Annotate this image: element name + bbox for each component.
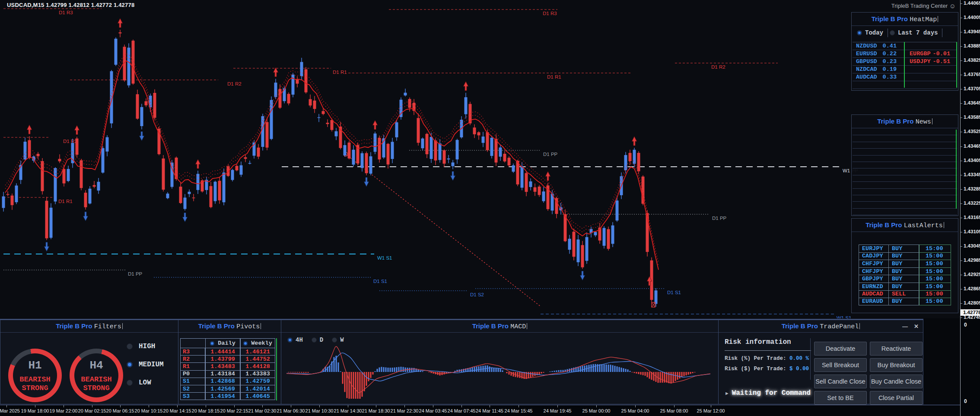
risk-level-option-high[interactable]: HIGH xyxy=(127,343,155,350)
macd-histogram-bar xyxy=(288,372,290,372)
button-set-to-be[interactable]: Set to BE xyxy=(814,391,867,405)
macd-histogram-bar xyxy=(679,372,681,378)
window-buttons: — ✕ xyxy=(902,320,919,332)
button-deactivate[interactable]: Deactivate xyxy=(814,342,867,356)
button-buy-candle-close[interactable]: Buy Candle Close xyxy=(870,375,923,388)
button-sell-breakout[interactable]: Sell Breakout xyxy=(814,358,867,372)
price-tick-label: 1.42805 xyxy=(964,300,980,305)
heatmap-cell-right xyxy=(904,73,957,81)
heatmap-row: GBPUSD0.23USDJPY-0.51 xyxy=(853,58,957,66)
price-axis[interactable]: 1.440651.440051.439451.438851.438251.437… xyxy=(960,0,980,416)
pivot-label: D1 PP xyxy=(128,271,143,276)
macd-histogram-bar xyxy=(303,372,305,373)
pivot-label: D1 PP xyxy=(543,152,558,157)
price-tick xyxy=(961,89,962,89)
time-tick xyxy=(149,405,149,407)
heatmap-range-option[interactable]: Today xyxy=(855,29,888,37)
heatmap-range-radios: TodayLast 7 days xyxy=(852,26,958,39)
macd-histogram-bar xyxy=(506,372,508,373)
macd-histogram-bar xyxy=(295,372,296,372)
candle-body xyxy=(452,162,455,166)
candle-body xyxy=(473,127,476,134)
macd-histogram-bar xyxy=(630,371,631,372)
price-tick-label: 1.43465 xyxy=(964,143,980,149)
alert-pair: EURJPY xyxy=(859,245,889,252)
macd-histogram-bar xyxy=(541,372,542,373)
alert-pair: EURAUD xyxy=(859,298,889,305)
news-row xyxy=(853,189,957,195)
pivot-weekly-value: 1.40645 xyxy=(240,393,275,400)
candle-body xyxy=(119,32,122,33)
candle-body xyxy=(153,93,156,118)
heatmap-cell-left: AUDCAD0.33 xyxy=(853,73,904,81)
minimize-icon[interactable]: — xyxy=(902,323,908,330)
candle-body xyxy=(63,169,66,183)
pivots-column-header[interactable]: Weekly xyxy=(240,338,275,348)
risk-usd-value: $ 0.00 xyxy=(789,366,809,372)
candle-body xyxy=(102,148,105,173)
candle-body xyxy=(408,99,411,108)
heatmap-range-option[interactable]: Last 7 days xyxy=(888,29,942,37)
candle-body xyxy=(568,239,571,250)
buy-arrow-icon xyxy=(75,126,80,135)
bottom-indicator-strip: Triple B Pro Filters H1 BEARISH STRONG H… xyxy=(0,319,923,404)
risk-pct-label: Risk (%) Per Trade: xyxy=(725,356,789,362)
macd-histogram-bar xyxy=(390,368,391,372)
macd-histogram-bar xyxy=(422,371,423,372)
price-tick xyxy=(961,18,962,18)
green-divider xyxy=(904,42,905,88)
candle-body xyxy=(335,131,338,137)
risk-level-option-low[interactable]: LOW xyxy=(127,379,151,387)
pivot-row: S21.425691.42014 xyxy=(180,385,275,393)
button-close-partial[interactable]: Close Partial xyxy=(870,391,923,405)
macd-histogram-bar xyxy=(474,367,475,372)
price-tick xyxy=(961,32,962,32)
time-axis[interactable]: 19 Mar 202519 Mar 18:0019 Mar 22:0020 Ma… xyxy=(0,405,960,416)
macd-histogram-bar xyxy=(381,367,382,372)
macd-tf-option-d[interactable]: D xyxy=(310,336,328,344)
candle-body xyxy=(365,153,368,173)
macd-histogram-bar xyxy=(329,366,331,372)
candle-body xyxy=(490,138,493,156)
pair-name: EURGBP xyxy=(906,51,931,57)
sell-arrow-icon xyxy=(451,171,455,181)
close-icon[interactable]: ✕ xyxy=(914,323,919,330)
macd-histogram-bar xyxy=(301,372,302,373)
button-reactivate[interactable]: Reactivate xyxy=(870,342,923,356)
radio-label: LOW xyxy=(139,379,151,387)
pivot-label: W1 S1 xyxy=(837,315,852,318)
alert-pair: CHFJPY xyxy=(859,267,889,275)
candle-body xyxy=(313,101,316,109)
button-sell-candle-close[interactable]: Sell Candle Close xyxy=(814,375,867,388)
heatmap-row: NZDUSD0.41 xyxy=(853,42,957,50)
candle-body xyxy=(430,137,433,159)
price-chart[interactable]: D1 R3D1 R3D1 R2D1 R2D1 R1D1 R1D1 R2D1 R1… xyxy=(0,0,960,318)
price-tick xyxy=(961,146,962,147)
risk-level-option-medium[interactable]: MEDIUM xyxy=(127,361,164,368)
gauge-strength: STRONG xyxy=(8,384,62,392)
alert-row: EURAUDBUY15:00 xyxy=(859,298,951,305)
candle-body xyxy=(235,166,239,170)
alert-time: 15:00 xyxy=(919,267,951,275)
macd-histogram-bar xyxy=(632,372,633,372)
macd-tf-option-4h[interactable]: 4H xyxy=(286,336,308,344)
time-tick xyxy=(348,405,348,407)
pair-value: -0.51 xyxy=(932,58,957,65)
lastalerts-title: Triple B Pro LastAlerts xyxy=(852,219,958,232)
macd-histogram-bar xyxy=(550,372,551,372)
price-tick xyxy=(961,75,962,75)
risk-usd-label: Risk ($) Per Trade: xyxy=(725,366,789,372)
candle-body xyxy=(486,132,489,150)
alert-pair: CHFJPY xyxy=(859,260,889,267)
macd-histogram-bar xyxy=(442,372,443,375)
button-buy-breakout[interactable]: Buy Breakout xyxy=(870,358,923,372)
buy-arrow-icon xyxy=(632,137,637,146)
sell-arrow-icon xyxy=(45,242,49,251)
pivots-column-header[interactable]: Daily xyxy=(205,338,240,348)
pivot-label: D1 S1 xyxy=(667,290,681,295)
macd-histogram-bar xyxy=(370,372,372,378)
macd-tf-option-w[interactable]: W xyxy=(330,336,349,344)
time-tick xyxy=(596,405,597,407)
time-tick-label: 25 Mar 12:00 xyxy=(687,408,735,413)
news-row xyxy=(853,175,957,182)
